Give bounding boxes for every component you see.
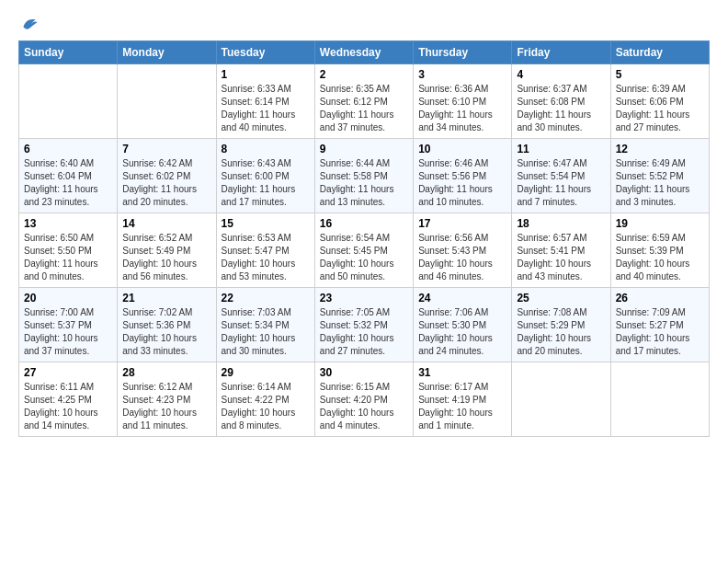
calendar-cell: 1Sunrise: 6:33 AM Sunset: 6:14 PM Daylig… [216, 64, 314, 139]
calendar-cell [610, 362, 709, 437]
day-info: Sunrise: 6:49 AM Sunset: 5:52 PM Dayligh… [616, 157, 704, 209]
logo-bird-icon [20, 15, 39, 33]
day-info: Sunrise: 6:59 AM Sunset: 5:39 PM Dayligh… [616, 232, 704, 283]
day-info: Sunrise: 6:46 AM Sunset: 5:56 PM Dayligh… [418, 157, 506, 209]
calendar-cell: 22Sunrise: 7:03 AM Sunset: 5:34 PM Dayli… [216, 288, 314, 362]
calendar-cell: 21Sunrise: 7:02 AM Sunset: 5:36 PM Dayli… [118, 288, 216, 362]
day-info: Sunrise: 6:54 AM Sunset: 5:45 PM Dayligh… [320, 232, 408, 283]
day-number: 29 [222, 366, 310, 379]
day-info: Sunrise: 6:42 AM Sunset: 6:02 PM Dayligh… [122, 157, 210, 209]
calendar-cell: 5Sunrise: 6:39 AM Sunset: 6:06 PM Daylig… [610, 64, 709, 139]
day-info: Sunrise: 6:11 AM Sunset: 4:25 PM Dayligh… [24, 381, 112, 432]
day-info: Sunrise: 7:09 AM Sunset: 5:27 PM Dayligh… [616, 306, 704, 358]
calendar-cell: 14Sunrise: 6:52 AM Sunset: 5:49 PM Dayli… [118, 213, 216, 288]
day-number: 1 [222, 68, 310, 81]
page: SundayMondayTuesdayWednesdayThursdayFrid… [0, 0, 728, 452]
calendar-cell: 3Sunrise: 6:36 AM Sunset: 6:10 PM Daylig… [414, 64, 512, 139]
week-row-2: 6Sunrise: 6:40 AM Sunset: 6:04 PM Daylig… [19, 139, 710, 213]
calendar-cell: 27Sunrise: 6:11 AM Sunset: 4:25 PM Dayli… [19, 362, 118, 437]
logo [18, 15, 39, 33]
day-info: Sunrise: 6:33 AM Sunset: 6:14 PM Dayligh… [222, 83, 310, 134]
day-info: Sunrise: 6:47 AM Sunset: 5:54 PM Dayligh… [517, 157, 605, 209]
day-info: Sunrise: 6:43 AM Sunset: 6:00 PM Dayligh… [222, 157, 310, 209]
day-number: 16 [320, 217, 408, 230]
calendar-cell: 11Sunrise: 6:47 AM Sunset: 5:54 PM Dayli… [512, 139, 610, 213]
calendar-cell: 16Sunrise: 6:54 AM Sunset: 5:45 PM Dayli… [314, 213, 413, 288]
calendar-cell: 29Sunrise: 6:14 AM Sunset: 4:22 PM Dayli… [216, 362, 314, 437]
day-number: 15 [222, 217, 310, 230]
calendar-table: SundayMondayTuesdayWednesdayThursdayFrid… [18, 40, 710, 437]
calendar-cell: 15Sunrise: 6:53 AM Sunset: 5:47 PM Dayli… [216, 213, 314, 288]
calendar-cell: 30Sunrise: 6:15 AM Sunset: 4:20 PM Dayli… [314, 362, 413, 437]
calendar-cell: 6Sunrise: 6:40 AM Sunset: 6:04 PM Daylig… [19, 139, 118, 213]
day-number: 24 [418, 292, 506, 304]
day-number: 7 [122, 143, 210, 155]
day-info: Sunrise: 6:12 AM Sunset: 4:23 PM Dayligh… [122, 381, 210, 432]
day-number: 4 [517, 68, 605, 81]
weekday-header-thursday: Thursday [414, 41, 512, 64]
weekday-header-row: SundayMondayTuesdayWednesdayThursdayFrid… [19, 41, 710, 64]
day-info: Sunrise: 6:53 AM Sunset: 5:47 PM Dayligh… [222, 232, 310, 283]
day-info: Sunrise: 6:57 AM Sunset: 5:41 PM Dayligh… [517, 232, 605, 283]
day-number: 9 [320, 143, 408, 155]
day-number: 18 [517, 217, 605, 230]
calendar-cell: 2Sunrise: 6:35 AM Sunset: 6:12 PM Daylig… [314, 64, 413, 139]
day-info: Sunrise: 6:50 AM Sunset: 5:50 PM Dayligh… [24, 232, 112, 283]
calendar-cell [118, 64, 216, 139]
calendar-cell: 12Sunrise: 6:49 AM Sunset: 5:52 PM Dayli… [610, 139, 709, 213]
calendar-cell: 8Sunrise: 6:43 AM Sunset: 6:00 PM Daylig… [216, 139, 314, 213]
day-number: 28 [122, 366, 210, 379]
day-info: Sunrise: 6:37 AM Sunset: 6:08 PM Dayligh… [517, 83, 605, 134]
weekday-header-wednesday: Wednesday [314, 41, 413, 64]
day-info: Sunrise: 6:52 AM Sunset: 5:49 PM Dayligh… [122, 232, 210, 283]
calendar-cell: 10Sunrise: 6:46 AM Sunset: 5:56 PM Dayli… [414, 139, 512, 213]
logo-text [18, 15, 39, 33]
calendar-cell: 7Sunrise: 6:42 AM Sunset: 6:02 PM Daylig… [118, 139, 216, 213]
calendar-cell: 24Sunrise: 7:06 AM Sunset: 5:30 PM Dayli… [414, 288, 512, 362]
weekday-header-monday: Monday [118, 41, 216, 64]
day-number: 2 [320, 68, 408, 81]
weekday-header-friday: Friday [512, 41, 610, 64]
day-info: Sunrise: 6:15 AM Sunset: 4:20 PM Dayligh… [320, 381, 408, 432]
day-number: 8 [222, 143, 310, 155]
day-number: 17 [418, 217, 506, 230]
calendar-cell: 28Sunrise: 6:12 AM Sunset: 4:23 PM Dayli… [118, 362, 216, 437]
weekday-header-tuesday: Tuesday [216, 41, 314, 64]
day-number: 6 [24, 143, 112, 155]
calendar-cell: 13Sunrise: 6:50 AM Sunset: 5:50 PM Dayli… [19, 213, 118, 288]
day-number: 10 [418, 143, 506, 155]
calendar-cell: 9Sunrise: 6:44 AM Sunset: 5:58 PM Daylig… [314, 139, 413, 213]
day-number: 13 [24, 217, 112, 230]
day-info: Sunrise: 7:08 AM Sunset: 5:29 PM Dayligh… [517, 306, 605, 358]
day-info: Sunrise: 6:56 AM Sunset: 5:43 PM Dayligh… [418, 232, 506, 283]
week-row-4: 20Sunrise: 7:00 AM Sunset: 5:37 PM Dayli… [19, 288, 710, 362]
day-number: 27 [24, 366, 112, 379]
day-number: 11 [517, 143, 605, 155]
day-number: 26 [616, 292, 704, 304]
calendar-cell: 31Sunrise: 6:17 AM Sunset: 4:19 PM Dayli… [414, 362, 512, 437]
weekday-header-saturday: Saturday [610, 41, 709, 64]
day-number: 23 [320, 292, 408, 304]
day-info: Sunrise: 7:06 AM Sunset: 5:30 PM Dayligh… [418, 306, 506, 358]
day-info: Sunrise: 6:17 AM Sunset: 4:19 PM Dayligh… [418, 381, 506, 432]
calendar-cell: 4Sunrise: 6:37 AM Sunset: 6:08 PM Daylig… [512, 64, 610, 139]
calendar-cell [19, 64, 118, 139]
day-number: 22 [222, 292, 310, 304]
calendar-cell: 20Sunrise: 7:00 AM Sunset: 5:37 PM Dayli… [19, 288, 118, 362]
header [18, 15, 710, 33]
calendar-cell: 25Sunrise: 7:08 AM Sunset: 5:29 PM Dayli… [512, 288, 610, 362]
week-row-1: 1Sunrise: 6:33 AM Sunset: 6:14 PM Daylig… [19, 64, 710, 139]
calendar-cell: 17Sunrise: 6:56 AM Sunset: 5:43 PM Dayli… [414, 213, 512, 288]
day-number: 21 [122, 292, 210, 304]
week-row-3: 13Sunrise: 6:50 AM Sunset: 5:50 PM Dayli… [19, 213, 710, 288]
day-number: 20 [24, 292, 112, 304]
calendar-cell [512, 362, 610, 437]
day-number: 5 [616, 68, 704, 81]
day-number: 19 [616, 217, 704, 230]
calendar-cell: 19Sunrise: 6:59 AM Sunset: 5:39 PM Dayli… [610, 213, 709, 288]
weekday-header-sunday: Sunday [19, 41, 118, 64]
day-info: Sunrise: 6:14 AM Sunset: 4:22 PM Dayligh… [222, 381, 310, 432]
day-info: Sunrise: 6:39 AM Sunset: 6:06 PM Dayligh… [616, 83, 704, 134]
day-number: 14 [122, 217, 210, 230]
week-row-5: 27Sunrise: 6:11 AM Sunset: 4:25 PM Dayli… [19, 362, 710, 437]
